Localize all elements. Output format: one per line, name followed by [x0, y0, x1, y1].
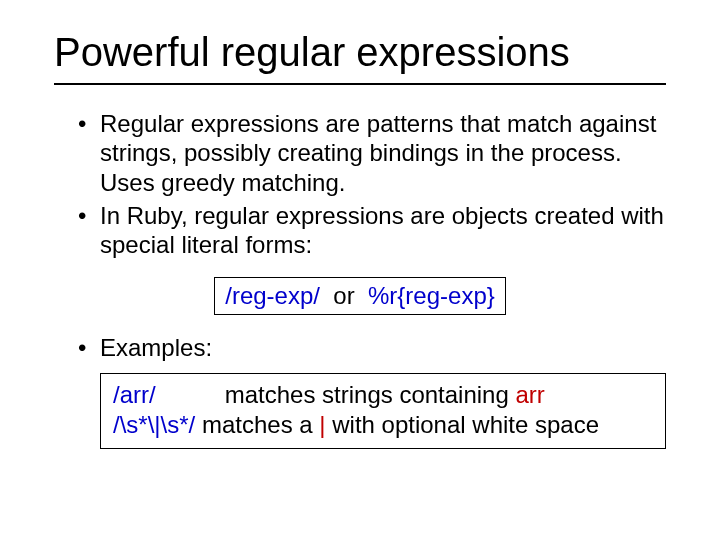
example-row: /\s*\|\s*/ matches a | with optional whi…: [113, 410, 653, 440]
syntax-form-1: /reg-exp/: [225, 282, 320, 309]
bullet-item: Examples:: [78, 333, 666, 362]
example-desc: matches strings containing: [225, 381, 516, 408]
example-match: arr: [515, 381, 544, 408]
example-pattern: /\s*\|\s*/: [113, 411, 195, 438]
syntax-box-wrap: /reg-exp/ or %r{reg-exp}: [54, 277, 666, 315]
example-pattern: /arr/: [113, 380, 218, 410]
examples-box: /arr/ matches strings containing arr /\s…: [100, 373, 666, 449]
syntax-or: or: [333, 282, 354, 309]
bullet-item: Regular expressions are patterns that ma…: [78, 109, 666, 197]
syntax-form-2: %r{reg-exp}: [368, 282, 495, 309]
example-desc-tail: with optional white space: [326, 411, 600, 438]
slide: Powerful regular expressions Regular exp…: [0, 0, 720, 540]
bullet-list: Regular expressions are patterns that ma…: [54, 109, 666, 259]
slide-title: Powerful regular expressions: [54, 30, 666, 75]
syntax-box: /reg-exp/ or %r{reg-exp}: [214, 277, 506, 315]
bullet-item: In Ruby, regular expressions are objects…: [78, 201, 666, 260]
title-underline: [54, 83, 666, 85]
example-desc: matches a: [202, 411, 319, 438]
bullet-list-2: Examples:: [54, 333, 666, 362]
example-row: /arr/ matches strings containing arr: [113, 380, 653, 410]
